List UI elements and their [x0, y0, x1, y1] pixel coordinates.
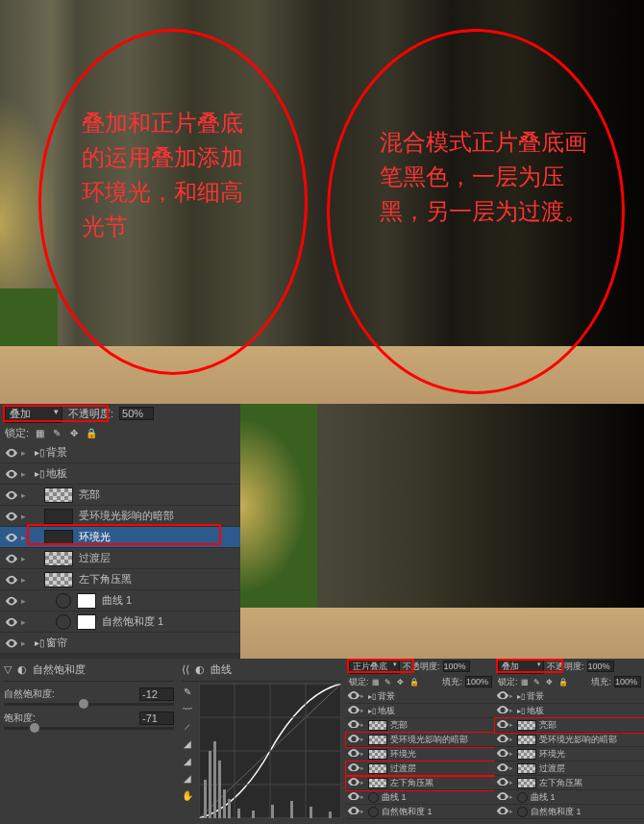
mini-layer-row[interactable]: ▸▸▯地板	[495, 704, 644, 718]
visibility-toggle[interactable]	[2, 548, 21, 569]
mini-layer-thumb[interactable]	[368, 720, 387, 731]
visibility-toggle[interactable]	[2, 506, 21, 527]
mini-layer-row[interactable]: ▸曲线 1	[346, 790, 495, 805]
saturation-value-input[interactable]	[139, 712, 174, 725]
mini-layer-row[interactable]: ▸环境光	[495, 747, 644, 762]
curves-draw-tool[interactable]: 〰	[180, 701, 195, 716]
visibility-toggle[interactable]	[347, 720, 360, 731]
mini-layer-row[interactable]: ▸▸▯地板	[346, 704, 495, 718]
disclosure-icon[interactable]: ▸	[21, 490, 33, 500]
vibrance-slider[interactable]	[4, 703, 174, 706]
disclosure-icon[interactable]: ▸	[360, 692, 368, 700]
visibility-toggle[interactable]	[347, 763, 360, 774]
mini-layer-row[interactable]: ▸受环境光影响的暗部	[346, 733, 495, 747]
vibrance-value-input[interactable]	[139, 687, 174, 701]
disclosure-icon[interactable]: ▸	[509, 808, 517, 815]
mini-layer-row[interactable]: ▸自然饱和度 1	[495, 805, 644, 819]
mini-layer-row[interactable]: ▸亮部	[346, 718, 495, 733]
disclosure-icon[interactable]: ▸	[509, 793, 517, 801]
mini-layer-thumb[interactable]	[368, 735, 387, 745]
eyedropper-gray[interactable]: ◢	[180, 753, 195, 768]
lock-position-icon[interactable]: ✥	[397, 678, 407, 687]
disclosure-icon[interactable]: ▸	[21, 638, 33, 648]
mini-layer-thumb[interactable]	[517, 749, 536, 760]
disclosure-icon[interactable]: ▸	[21, 469, 33, 479]
visibility-toggle[interactable]	[496, 763, 509, 774]
mini-layer-thumb[interactable]	[517, 763, 536, 774]
visibility-toggle[interactable]	[2, 569, 21, 590]
mini-layer-thumb[interactable]	[368, 749, 387, 760]
visibility-toggle[interactable]	[496, 691, 509, 702]
mini-opacity-input[interactable]	[587, 661, 614, 672]
lock-paint-icon[interactable]: ✎	[384, 678, 394, 687]
disclosure-icon[interactable]: ▸	[21, 596, 33, 606]
visibility-toggle[interactable]	[496, 807, 509, 817]
lock-position-icon[interactable]: ✥	[546, 678, 556, 687]
disclosure-icon[interactable]: ▸	[21, 512, 33, 521]
disclosure-icon[interactable]: ▸	[21, 575, 33, 585]
mini-layer-row[interactable]: ▸▸▯背景	[346, 689, 495, 704]
lock-transparency-icon[interactable]: ▦	[521, 678, 531, 687]
mini-fill-input[interactable]	[465, 676, 492, 687]
disclosure-icon[interactable]: ▸	[360, 707, 368, 714]
visibility-toggle[interactable]	[496, 735, 509, 745]
disclosure-icon[interactable]: ▸	[21, 554, 33, 563]
disclosure-icon[interactable]: ▸	[21, 448, 33, 458]
mini-layer-thumb[interactable]	[517, 720, 536, 731]
layer-mask-thumb[interactable]	[77, 593, 96, 609]
layer-thumb[interactable]	[44, 572, 73, 587]
visibility-toggle[interactable]	[347, 807, 360, 817]
visibility-toggle[interactable]	[2, 485, 21, 506]
mini-layer-row[interactable]: ▸自然饱和度 1	[346, 805, 495, 819]
saturation-slider[interactable]	[4, 727, 174, 730]
disclosure-icon[interactable]: ▸	[360, 721, 368, 729]
visibility-toggle[interactable]	[496, 706, 509, 716]
visibility-toggle[interactable]	[2, 527, 21, 548]
visibility-toggle[interactable]	[347, 691, 360, 702]
mini-layer-row[interactable]: ▸曲线 1	[495, 790, 644, 805]
mini-layer-thumb[interactable]	[517, 735, 536, 745]
layer-thumb[interactable]	[44, 551, 73, 566]
mini-layer-thumb[interactable]	[517, 778, 536, 788]
curves-hand-tool[interactable]: ✋	[180, 787, 195, 803]
mini-layer-thumb[interactable]	[368, 807, 379, 817]
visibility-toggle[interactable]	[2, 442, 21, 463]
mini-layer-row[interactable]: ▸受环境光影响的暗部	[495, 733, 644, 747]
disclosure-icon[interactable]: ▸	[360, 750, 368, 758]
disclosure-icon[interactable]: ▸	[360, 808, 368, 815]
mini-layer-row[interactable]: ▸过渡层	[346, 762, 495, 776]
visibility-toggle[interactable]	[347, 778, 360, 788]
disclosure-icon[interactable]: ▸	[509, 736, 517, 743]
curves-point-tool[interactable]: ✎	[180, 684, 195, 699]
mini-layer-row[interactable]: ▸环境光	[346, 747, 495, 762]
curves-smooth-tool[interactable]: ⟋	[180, 718, 195, 734]
visibility-toggle[interactable]	[496, 749, 509, 760]
mini-layer-thumb[interactable]	[368, 792, 379, 803]
opacity-input[interactable]	[119, 407, 154, 420]
disclosure-icon[interactable]: ▸	[21, 617, 33, 627]
visibility-toggle[interactable]	[2, 612, 21, 633]
lock-all-icon[interactable]: 🔒	[409, 678, 419, 687]
mini-layer-row[interactable]: ▸左下角压黑	[346, 776, 495, 790]
mini-fill-input[interactable]	[614, 676, 641, 687]
layer-thumb[interactable]	[44, 487, 73, 503]
disclosure-icon[interactable]: ▸	[509, 692, 517, 700]
mini-layer-thumb[interactable]	[517, 807, 528, 817]
visibility-toggle[interactable]	[496, 792, 509, 803]
lock-paint-icon[interactable]: ✎	[533, 678, 543, 687]
layer-thumb[interactable]	[56, 614, 71, 630]
lock-position-icon[interactable]: ✥	[67, 426, 81, 439]
canvas-main[interactable]: 叠加和正片叠底的运用叠加添加环境光，和细高光节 混合模式正片叠底画笔黑色，一层为…	[0, 0, 644, 404]
layer-mask-thumb[interactable]	[77, 614, 96, 630]
disclosure-icon[interactable]: ▸	[509, 779, 517, 787]
visibility-toggle[interactable]	[496, 778, 509, 788]
visibility-toggle[interactable]	[347, 792, 360, 803]
preview-right[interactable]	[240, 404, 644, 659]
disclosure-icon[interactable]: ▸	[509, 721, 517, 729]
visibility-toggle[interactable]	[2, 633, 21, 654]
lock-all-icon[interactable]: 🔒	[558, 678, 568, 687]
lock-all-icon[interactable]: 🔒	[85, 426, 98, 439]
disclosure-icon[interactable]: ▸	[360, 736, 368, 743]
visibility-toggle[interactable]	[496, 720, 509, 731]
curves-back-icon[interactable]: ⟨⟨	[182, 663, 189, 676]
